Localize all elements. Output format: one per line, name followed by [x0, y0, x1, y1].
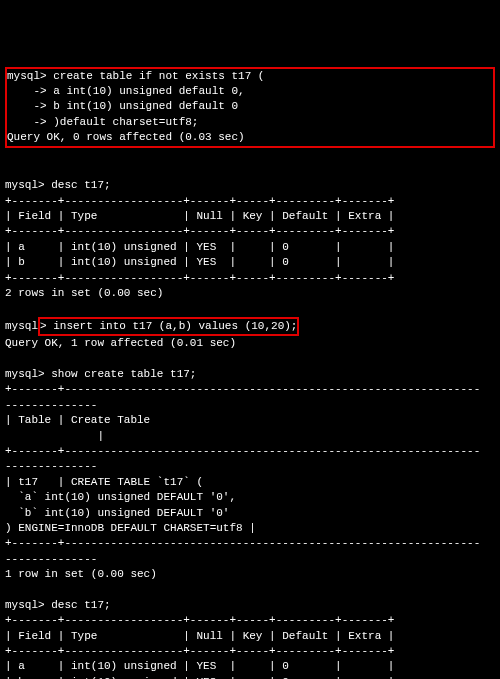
line: mysql> create table if not exists t17 ( [7, 70, 264, 82]
table-row: | a | int(10) unsigned | YES | | 0 | | [5, 241, 394, 253]
table-header: | Field | Type | Null | Key | Default | … [5, 210, 394, 222]
table-row: | a | int(10) unsigned | YES | | 0 | | [5, 660, 394, 672]
table-row: | t17 | CREATE TABLE `t17` ( [5, 476, 203, 488]
result-line: Query OK, 1 row affected (0.01 sec) [5, 337, 236, 349]
show-create-cmd: mysql> show create table t17; [5, 368, 196, 380]
table-sep: +-------+-------------------------------… [5, 537, 480, 549]
result-foot: 1 row in set (0.00 sec) [5, 568, 157, 580]
table-sep: +-------+-------------------------------… [5, 383, 480, 395]
line: -> )default charset=utf8; [7, 116, 198, 128]
desc-cmd: mysql> desc t17; [5, 179, 111, 191]
insert-cmd-highlight: > insert into t17 (a,b) values (10,20); [38, 317, 299, 336]
table-sep: +-------+-------------------------------… [5, 445, 480, 457]
table-sep: -------------- [5, 553, 97, 565]
table-sep: +-------+------------------+------+-----… [5, 645, 394, 657]
create-table-block: mysql> create table if not exists t17 ( … [5, 67, 495, 148]
desc-cmd: mysql> desc t17; [5, 599, 111, 611]
table-sep: -------------- [5, 460, 97, 472]
prompt-prefix: mysql [5, 320, 38, 332]
table-row: ) ENGINE=InnoDB DEFAULT CHARSET=utf8 | [5, 522, 256, 534]
table-sep: -------------- [5, 399, 97, 411]
table-header: | Field | Type | Null | Key | Default | … [5, 630, 394, 642]
table-header: | Table | Create Table [5, 414, 150, 426]
table-sep: +-------+------------------+------+-----… [5, 614, 394, 626]
table-sep: +-------+------------------+------+-----… [5, 272, 394, 284]
table-header: | [5, 430, 104, 442]
line: -> a int(10) unsigned default 0, [7, 85, 245, 97]
table-row: `a` int(10) unsigned DEFAULT '0', [5, 491, 236, 503]
result-foot: 2 rows in set (0.00 sec) [5, 287, 163, 299]
table-sep: +-------+------------------+------+-----… [5, 225, 394, 237]
line: Query OK, 0 rows affected (0.03 sec) [7, 131, 245, 143]
line: -> b int(10) unsigned default 0 [7, 100, 238, 112]
table-row: `b` int(10) unsigned DEFAULT '0' [5, 507, 229, 519]
table-row: | b | int(10) unsigned | YES | | 0 | | [5, 256, 394, 268]
table-sep: +-------+------------------+------+-----… [5, 195, 394, 207]
